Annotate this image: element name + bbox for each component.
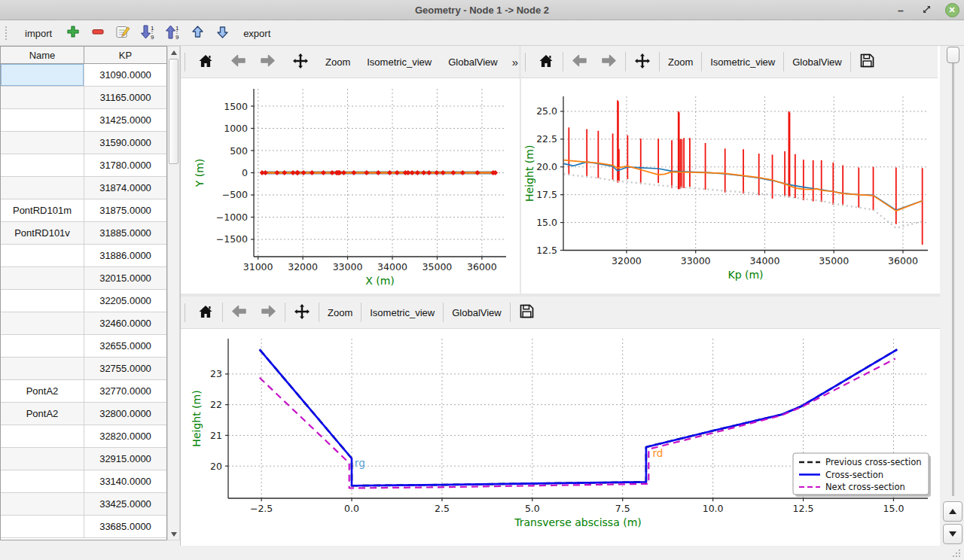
table-row[interactable]: 32205.0000 [1,290,166,312]
kp-cell[interactable]: 33685.0000 [84,516,166,537]
kp-cell[interactable]: 32915.0000 [84,448,166,470]
pan-button[interactable] [285,46,316,78]
kp-cell[interactable]: 32820.0000 [84,425,166,447]
kp-cell[interactable]: 31875.0000 [84,199,166,221]
name-cell[interactable] [1,109,84,131]
name-cell[interactable] [1,87,84,108]
table-scrollbar-thumb[interactable] [169,59,178,164]
kp-cell[interactable]: 32800.0000 [84,403,166,425]
name-cell[interactable] [1,335,84,357]
home-button[interactable] [191,297,221,328]
table-row[interactable]: 32015.0000 [1,267,166,290]
table-row[interactable]: 33140.0000 [1,470,166,493]
table-row[interactable]: 33425.0000 [1,493,166,516]
kp-cell[interactable]: 31780.0000 [84,154,166,176]
global-view-button[interactable]: GlobalView [445,297,508,328]
move-down-button[interactable] [213,24,231,42]
kp-cell[interactable]: 33140.0000 [84,470,166,492]
name-cell[interactable] [1,358,84,379]
remove-row-button[interactable] [89,24,107,42]
edit-button[interactable] [114,24,132,42]
move-up-button[interactable] [188,24,206,42]
scroll-down-button[interactable] [168,528,179,540]
pan-button[interactable] [627,46,657,78]
section-down-button[interactable] [943,524,962,544]
import-button[interactable]: import [20,26,57,41]
name-cell[interactable] [1,154,84,176]
long-profile-canvas[interactable]: 320003300034000350003600012.515.017.520.… [521,79,938,294]
name-cell[interactable] [1,290,84,312]
home-button[interactable] [531,46,561,78]
minimize-button[interactable]: – [893,3,908,18]
save-button[interactable] [853,46,882,78]
table-row[interactable]: 31590.0000 [1,132,166,154]
table-row[interactable]: PontRD101m31875.0000 [1,199,166,222]
kp-cell[interactable]: 31090.0000 [84,64,166,86]
name-cell[interactable] [1,516,84,537]
back-button[interactable] [224,297,254,328]
name-cell[interactable]: PontA2 [1,403,84,425]
table-row[interactable]: 31425.0000 [1,109,166,132]
table-row[interactable]: 32915.0000 [1,448,166,470]
name-cell[interactable] [1,448,84,470]
table-row[interactable]: PontRD101v31885.0000 [1,222,166,245]
home-button[interactable] [191,46,221,78]
kp-cell[interactable]: 32655.0000 [84,335,166,357]
table-row[interactable]: PontA232800.0000 [1,403,166,425]
kp-cell[interactable]: 32770.0000 [84,380,166,402]
sort-descending-button[interactable]: 1 9 [163,24,182,42]
back-button[interactable] [565,46,594,78]
back-button[interactable] [224,46,253,78]
table-row[interactable]: 32655.0000 [1,335,166,358]
forward-button[interactable] [594,46,624,78]
name-cell[interactable] [1,177,84,199]
kp-cell[interactable]: 31886.0000 [84,245,166,266]
table-scrollbar[interactable] [167,46,180,540]
kp-cell[interactable]: 32015.0000 [84,267,166,289]
name-cell[interactable]: PontA2 [1,380,84,402]
zoom-button[interactable]: Zoom [661,46,700,78]
table-row[interactable]: 31090.0000 [1,64,166,87]
vertical-slider-track[interactable] [952,52,955,496]
name-cell[interactable] [1,312,84,334]
name-cell[interactable] [1,132,84,154]
name-cell[interactable] [1,470,84,492]
kp-cell[interactable]: 31590.0000 [84,132,166,154]
table-row[interactable]: 32755.0000 [1,358,166,380]
add-row-button[interactable] [64,24,82,42]
name-cell[interactable] [1,64,84,86]
section-up-button[interactable] [943,501,962,522]
table-row[interactable]: 32820.0000 [1,425,166,448]
table-row[interactable]: 32460.0000 [1,312,166,335]
kp-cell[interactable]: 31874.0000 [84,177,166,199]
kp-cell[interactable]: 31165.0000 [84,87,166,108]
table-row[interactable]: 31886.0000 [1,245,166,267]
vertical-slider-thumb[interactable] [947,47,959,63]
sort-ascending-button[interactable]: 1 9 [139,24,157,42]
kp-cell[interactable]: 32460.0000 [84,312,166,334]
table-row[interactable]: 33685.0000 [1,516,166,538]
close-button[interactable]: ✕ [944,3,959,18]
isometric-view-button[interactable]: Isometric_view [360,46,438,78]
table-row[interactable]: PontA232770.0000 [1,380,166,403]
table-row[interactable]: 31780.0000 [1,154,166,177]
kp-cell[interactable]: 31885.0000 [84,222,166,244]
resize-grip-icon[interactable] [952,549,961,558]
table-row[interactable]: 31874.0000 [1,177,166,199]
export-button[interactable]: export [238,26,276,41]
column-header-kp[interactable]: KP [84,47,166,63]
forward-button[interactable] [254,297,283,328]
table-row[interactable]: 31165.0000 [1,87,166,109]
name-cell[interactable] [1,425,84,447]
name-cell[interactable] [1,267,84,289]
maximize-button[interactable] [919,3,934,18]
global-view-button[interactable]: GlobalView [786,46,849,78]
name-cell[interactable]: PontRD101v [1,222,84,244]
cross-section-canvas[interactable]: −2.50.02.55.07.510.012.515.020212223Tran… [181,329,940,546]
name-cell[interactable] [1,245,84,266]
name-cell[interactable]: PontRD101m [1,199,84,221]
horizontal-splitter[interactable] [181,294,940,297]
pan-button[interactable] [287,297,317,328]
column-header-name[interactable]: Name [1,47,84,63]
zoom-button[interactable]: Zoom [319,46,357,78]
